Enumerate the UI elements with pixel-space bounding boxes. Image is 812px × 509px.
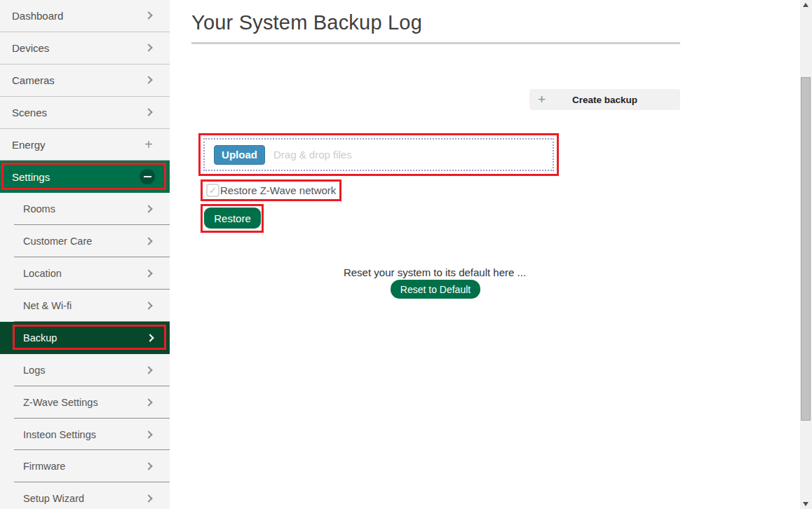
chevron-right-icon (144, 44, 152, 52)
restore-button[interactable]: Restore (204, 208, 261, 229)
sidebar-item-setup-wizard[interactable]: Setup Wizard (0, 482, 170, 509)
page-title: Your System Backup Log (191, 11, 422, 34)
chevron-right-icon (146, 334, 154, 341)
vertical-scrollbar[interactable] (800, 0, 812, 509)
plus-icon: + (144, 137, 153, 151)
chevron-right-icon (144, 108, 152, 116)
reset-help-text: Reset your system to its default here ..… (316, 266, 554, 278)
sidebar-item-rooms[interactable]: Rooms (0, 193, 170, 225)
sidebar-item-settings[interactable]: Settings (0, 161, 170, 193)
sidebar-item-insteon-settings[interactable]: Insteon Settings (0, 419, 170, 451)
chevron-right-icon (144, 205, 152, 213)
sidebar-item-location[interactable]: Location (0, 257, 170, 290)
title-divider (191, 42, 680, 44)
upload-button[interactable]: Upload (214, 145, 265, 165)
scrollbar-thumb[interactable] (801, 77, 811, 421)
scroll-up-arrow-icon[interactable] (803, 3, 808, 7)
chevron-right-icon (144, 76, 152, 84)
chevron-right-icon (144, 238, 152, 245)
create-backup-button[interactable]: + Create backup (529, 89, 680, 110)
checkbox-checked-icon[interactable]: ✓ (206, 184, 219, 197)
chevron-right-icon (144, 366, 152, 374)
sidebar-item-zwave-settings[interactable]: Z-Wave Settings (0, 386, 170, 419)
create-backup-label: Create backup (529, 89, 680, 110)
dropzone-placeholder: Drag & drop files (273, 149, 352, 161)
sidebar-item-logs[interactable]: Logs (0, 354, 170, 386)
chevron-right-icon (144, 269, 152, 277)
sidebar: Dashboard Devices Cameras Scenes Energy … (0, 0, 170, 509)
sidebar-item-customer-care[interactable]: Customer Care (0, 225, 170, 257)
chevron-right-icon (144, 12, 152, 20)
minus-circle-icon (140, 169, 155, 184)
sidebar-item-firmware[interactable]: Firmware (0, 450, 170, 482)
chevron-right-icon (144, 495, 152, 503)
sidebar-item-cameras[interactable]: Cameras (0, 65, 170, 97)
chevron-right-icon (144, 430, 152, 438)
sidebar-item-net-wifi[interactable]: Net & Wi-fi (0, 290, 170, 322)
upload-dropzone[interactable]: Upload Drag & drop files (203, 138, 554, 171)
chevron-right-icon (144, 398, 152, 406)
chevron-right-icon (144, 463, 152, 470)
sidebar-item-dashboard[interactable]: Dashboard (0, 0, 170, 32)
restore-zwave-label: Restore Z-Wave network (220, 184, 336, 196)
chevron-right-icon (144, 301, 152, 309)
reset-to-default-button[interactable]: Reset to Default (391, 280, 480, 299)
sidebar-item-devices[interactable]: Devices (0, 32, 170, 65)
scroll-down-arrow-icon[interactable] (803, 502, 808, 506)
sidebar-item-backup[interactable]: Backup (0, 322, 170, 354)
sidebar-item-scenes[interactable]: Scenes (0, 97, 170, 129)
backup-settings-page: Dashboard Devices Cameras Scenes Energy … (0, 0, 812, 509)
restore-zwave-checkbox-row[interactable]: ✓ Restore Z-Wave network (206, 184, 336, 197)
sidebar-item-energy[interactable]: Energy + (0, 129, 170, 161)
